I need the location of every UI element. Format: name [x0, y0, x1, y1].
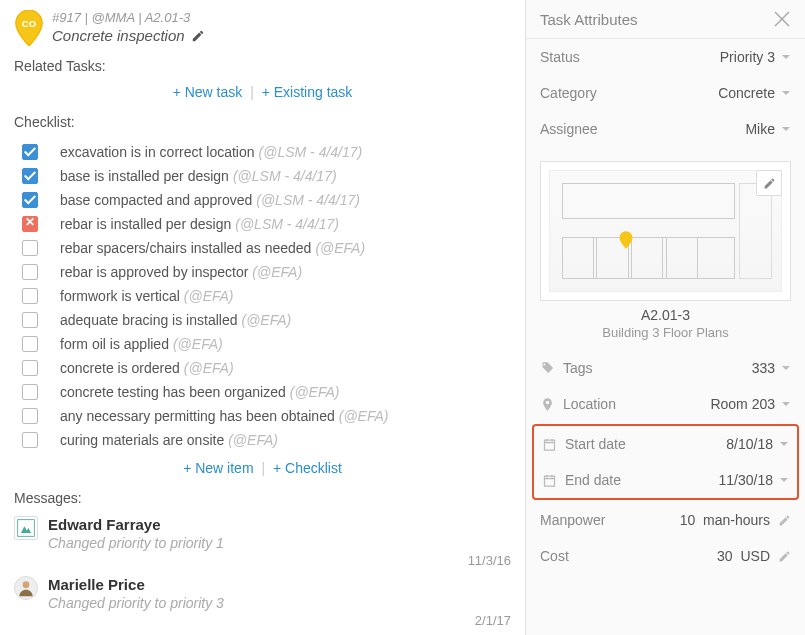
pencil-icon[interactable]	[778, 514, 791, 527]
checklist-text: adequate bracing is installed	[60, 312, 237, 328]
status-row[interactable]: Status Priority 3	[526, 39, 805, 75]
task-header: CO #917 | @MMA | A2.01-3 Concrete inspec…	[14, 10, 511, 46]
edit-title-icon[interactable]	[191, 29, 205, 43]
checklist-checkbox[interactable]	[22, 264, 38, 280]
checklist-item: formwork is vertical (@EFA)	[14, 284, 511, 308]
message-action: Changed priority to priority 1	[48, 535, 224, 568]
message-date: 2/1/17	[475, 613, 511, 628]
chevron-down-icon	[781, 363, 791, 373]
task-attributes-panel: Task Attributes Status Priority 3 Catego…	[525, 0, 805, 635]
svg-rect-1	[18, 520, 35, 537]
divider: |	[250, 84, 254, 100]
location-row[interactable]: Location Room 203	[526, 386, 805, 422]
end-date-label: End date	[565, 472, 621, 488]
checklist-text: base is installed per design	[60, 168, 229, 184]
checklist-checkbox[interactable]	[22, 312, 38, 328]
assignee-value: Mike	[745, 121, 775, 137]
checklist-meta: (@EFA)	[241, 312, 291, 328]
checklist-checkbox[interactable]	[22, 168, 38, 184]
message-body: Marielle PriceChanged priority to priori…	[48, 576, 511, 628]
checklist-meta: (@EFA)	[184, 288, 234, 304]
tags-label: Tags	[563, 360, 593, 376]
checklist-checkbox[interactable]	[22, 192, 38, 208]
cost-label: Cost	[540, 548, 569, 564]
status-value: Priority 3	[720, 49, 775, 65]
cost-row[interactable]: Cost 30 USD	[526, 538, 805, 574]
message-author: Marielle Price	[48, 576, 145, 593]
avatar	[14, 576, 38, 600]
message-item: Edward FarrayeChanged priority to priori…	[14, 516, 511, 568]
thumbnail-caption: A2.01-3	[526, 307, 805, 323]
task-meta: #917 | @MMA | A2.01-3	[52, 10, 511, 25]
edit-thumbnail-button[interactable]	[756, 170, 782, 196]
tags-row[interactable]: Tags 333	[526, 350, 805, 386]
checklist-meta: (@EFA)	[315, 240, 365, 256]
checklist-item: curing materials are onsite (@EFA)	[14, 428, 511, 452]
new-item-link[interactable]: + New item	[183, 460, 253, 476]
checklist-item: rebar is approved by inspector (@EFA)	[14, 260, 511, 284]
svg-text:CO: CO	[22, 18, 37, 29]
manpower-value: 10	[680, 512, 696, 528]
close-icon[interactable]	[773, 10, 791, 28]
date-highlight-box: Start date 8/10/18 End date 11/30/18	[532, 424, 799, 500]
checklist-checkbox[interactable]	[22, 288, 38, 304]
related-tasks-links: + New task | + Existing task	[14, 84, 511, 100]
checklist-text: concrete is ordered	[60, 360, 180, 376]
add-checklist-link[interactable]: + Checklist	[273, 460, 342, 476]
checklist-meta: (@LSM - 4/4/17)	[235, 216, 339, 232]
message-body: Edward FarrayeChanged priority to priori…	[48, 516, 511, 568]
checklist-meta: (@EFA)	[184, 360, 234, 376]
status-label: Status	[540, 49, 580, 65]
related-tasks-label: Related Tasks:	[14, 58, 511, 74]
new-task-link[interactable]: + New task	[173, 84, 243, 100]
calendar-icon	[542, 437, 557, 452]
start-date-row[interactable]: Start date 8/10/18	[534, 426, 797, 462]
manpower-row[interactable]: Manpower 10 man-hours	[526, 502, 805, 538]
checklist-text: rebar is installed per design	[60, 216, 231, 232]
existing-task-link[interactable]: + Existing task	[262, 84, 353, 100]
floorplan-pin-icon	[619, 231, 633, 249]
chevron-down-icon	[781, 124, 791, 134]
checklist-checkbox[interactable]	[22, 336, 38, 352]
checklist-meta: (@EFA)	[173, 336, 223, 352]
checklist-checkbox[interactable]	[22, 408, 38, 424]
category-row[interactable]: Category Concrete	[526, 75, 805, 111]
checklist-text: base compacted and approved	[60, 192, 252, 208]
category-value: Concrete	[718, 85, 775, 101]
checklist-checkbox[interactable]	[22, 240, 38, 256]
manpower-unit: man-hours	[703, 512, 770, 528]
message-author: Edward Farraye	[48, 516, 161, 533]
checklist-checkbox[interactable]	[22, 384, 38, 400]
checklist-text: rebar spacers/chairs installed as needed	[60, 240, 311, 256]
tag-icon	[540, 361, 555, 376]
task-title[interactable]: Concrete inspection	[52, 27, 511, 44]
checklist-meta: (@LSM - 4/4/17)	[233, 168, 337, 184]
calendar-icon	[542, 473, 557, 488]
checklist-text: formwork is vertical	[60, 288, 180, 304]
checklist-item: form oil is applied (@EFA)	[14, 332, 511, 356]
messages-container: Edward FarrayeChanged priority to priori…	[14, 516, 511, 628]
checklist-item: base compacted and approved (@LSM - 4/4/…	[14, 188, 511, 212]
checklist-checkbox[interactable]	[22, 216, 38, 232]
assignee-row[interactable]: Assignee Mike	[526, 111, 805, 147]
checklist-text: curing materials are onsite	[60, 432, 224, 448]
checklist-item: concrete testing has been organized (@EF…	[14, 380, 511, 404]
cost-unit: USD	[740, 548, 770, 564]
cost-value: 30	[717, 548, 733, 564]
pin-icon: CO	[14, 10, 44, 46]
checklist-meta: (@EFA)	[290, 384, 340, 400]
messages-label: Messages:	[14, 490, 511, 506]
svg-point-2	[23, 581, 30, 588]
checklist-meta: (@LSM - 4/4/17)	[259, 144, 363, 160]
manpower-label: Manpower	[540, 512, 605, 528]
end-date-row[interactable]: End date 11/30/18	[534, 462, 797, 498]
checklist-text: form oil is applied	[60, 336, 169, 352]
floorplan-thumbnail[interactable]	[540, 161, 791, 301]
checklist-checkbox[interactable]	[22, 144, 38, 160]
pencil-icon	[763, 177, 776, 190]
checklist-checkbox[interactable]	[22, 432, 38, 448]
chevron-down-icon	[779, 475, 789, 485]
pencil-icon[interactable]	[778, 550, 791, 563]
checklist-text: excavation is in correct location	[60, 144, 255, 160]
checklist-checkbox[interactable]	[22, 360, 38, 376]
